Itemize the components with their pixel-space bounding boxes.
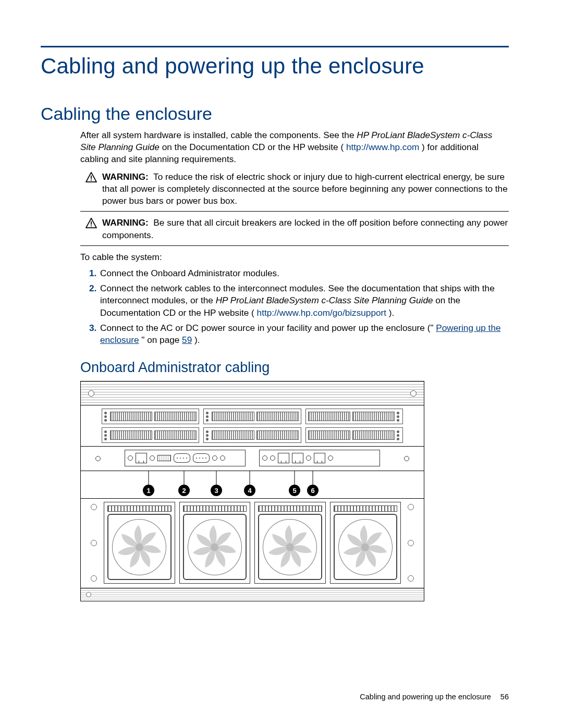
chapter-title: Cabling and powering up the enclosure: [41, 54, 509, 79]
footer-title: Cabling and powering up the enclosure: [360, 693, 491, 701]
enclosure-rear-diagram: 1 2 3 4 5 6: [80, 381, 424, 601]
text: To reduce the risk of electric shock or …: [102, 171, 508, 206]
enclosure-top-edge: [81, 381, 424, 405]
fan-module: [104, 502, 175, 584]
interconnect-module: [305, 427, 403, 443]
section-title: Cabling the enclosure: [41, 104, 509, 124]
text: on the Documentation CD or the HP websit…: [162, 142, 344, 152]
list-item: Connect the network cables to the interc…: [99, 282, 509, 319]
bizsupport-link[interactable]: http://www.hp.com/go/bizsupport: [257, 307, 386, 318]
lead-in-text: To cable the system:: [80, 251, 509, 263]
hp-website-link[interactable]: http://www.hp.com: [346, 142, 419, 152]
divider: [80, 211, 509, 212]
serial-port: [174, 453, 190, 463]
text: Be sure that all circuit breakers are lo…: [102, 217, 508, 240]
text: ).: [389, 307, 395, 318]
fan-row: [81, 499, 424, 588]
warning-text: WARNING: Be sure that all circuit breake…: [102, 217, 509, 241]
enclosure-bottom-edge: [81, 588, 424, 601]
warning-block: WARNING: To reduce the risk of electric …: [80, 171, 509, 207]
svg-rect-0: [91, 175, 92, 178]
warning-block: WARNING: Be sure that all circuit breake…: [80, 217, 509, 241]
interconnect-module: [102, 409, 199, 424]
usb-port: [157, 455, 171, 461]
svg-rect-1: [91, 179, 92, 180]
callout-area: 1 2 3 4 5 6: [81, 471, 424, 499]
interconnect-module: [102, 427, 199, 443]
list-item: Connect the Onboard Administrator module…: [99, 267, 509, 279]
fan-module: [254, 502, 326, 584]
warning-label: WARNING:: [102, 217, 149, 228]
list-item: Connect to the AC or DC power source in …: [99, 322, 509, 346]
interconnect-module: [203, 409, 301, 424]
text: After all system hardware is installed, …: [80, 130, 357, 140]
rj45-port: [292, 453, 303, 463]
subsection-title: Onboard Administrator cabling: [80, 360, 509, 376]
page-footer: Cabling and powering up the enclosure 56: [360, 693, 509, 701]
rj45-port: [314, 453, 325, 463]
svg-rect-2: [91, 221, 92, 225]
rj45-port: [136, 453, 147, 463]
svg-rect-3: [91, 226, 92, 227]
fan-module: [179, 502, 251, 584]
section-body: After all system hardware is installed, …: [80, 129, 509, 346]
mounting-rail: [405, 502, 417, 584]
warning-icon: [80, 171, 102, 182]
divider: [80, 245, 509, 246]
warning-icon: [80, 217, 102, 228]
fan-module: [330, 502, 401, 584]
diagram-container: 1 2 3 4 5 6: [80, 381, 509, 601]
warning-label: WARNING:: [102, 171, 149, 182]
text: Connect to the AC or DC power source in …: [100, 323, 434, 333]
interconnect-module: [305, 409, 403, 424]
interconnect-bays: [81, 405, 424, 447]
mounting-rail: [88, 502, 100, 584]
oa-module: [125, 450, 246, 466]
text: ).: [194, 335, 200, 345]
intro-paragraph: After all system hardware is installed, …: [80, 129, 509, 166]
text: " on page: [141, 335, 182, 345]
oa-module-row: [81, 447, 424, 471]
vga-port: [193, 453, 210, 463]
oa-module: [259, 450, 380, 466]
text: Connect the Onboard Administrator module…: [100, 268, 279, 278]
doc-title-italic: HP ProLiant BladeSystem c-Class Site Pla…: [216, 295, 433, 305]
chapter-rule: [41, 46, 509, 47]
rj45-port: [278, 453, 289, 463]
interconnect-module: [203, 427, 301, 443]
warning-text: WARNING: To reduce the risk of electric …: [102, 171, 509, 207]
document-page: Cabling and powering up the enclosure Ca…: [0, 0, 563, 728]
page-number: 56: [500, 693, 509, 701]
steps-list: Connect the Onboard Administrator module…: [80, 267, 509, 346]
cross-reference-page[interactable]: 59: [182, 335, 192, 345]
